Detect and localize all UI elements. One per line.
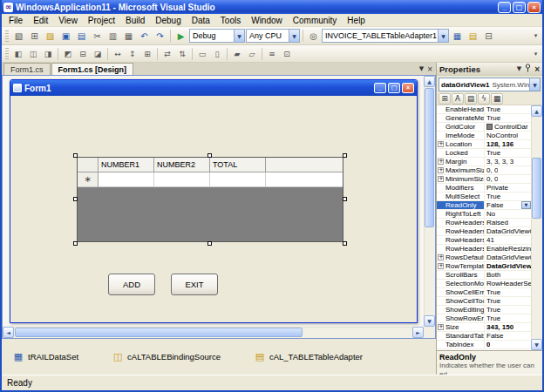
tray-component[interactable]: ◫cALTABLEBindingSource — [112, 351, 221, 363]
align-lefts-icon[interactable]: ◧ — [11, 47, 25, 61]
vertical-spacing-icon[interactable]: ⇅ — [175, 47, 189, 61]
property-row[interactable]: + ShowCellErrors True ▼ — [437, 288, 531, 297]
property-row[interactable]: + RowTemplate DataGridView ▼ — [437, 262, 531, 271]
same-width-icon[interactable]: ↔ — [111, 47, 125, 61]
open-file-icon[interactable]: ▨ — [43, 29, 58, 44]
menu-item[interactable]: Community — [288, 15, 343, 26]
resize-handle[interactable] — [207, 153, 212, 158]
preview-data-icon[interactable]: ▦ — [450, 29, 465, 44]
menu-item[interactable]: View — [53, 15, 83, 26]
toolbar-grip[interactable] — [5, 48, 9, 59]
scroll-up-icon[interactable]: ▲ — [531, 105, 542, 117]
same-height-icon[interactable]: ↕ — [126, 47, 139, 61]
property-value[interactable]: EnableResizing ▼ — [485, 245, 531, 253]
scroll-up-icon[interactable]: ▲ — [424, 76, 435, 87]
separator[interactable] — [262, 48, 262, 60]
resize-handle[interactable] — [73, 197, 78, 201]
toolbar-overflow-icon[interactable]: ▾ — [531, 32, 541, 39]
property-value[interactable]: Both ▼ — [485, 271, 531, 279]
separator[interactable] — [107, 48, 108, 60]
expand-icon[interactable]: + — [438, 263, 444, 269]
window-position-icon[interactable]: ▼ — [517, 65, 521, 72]
solution-explorer-icon[interactable]: ⊟ — [481, 29, 496, 44]
property-value[interactable]: Private ▼ — [485, 184, 531, 192]
property-row[interactable]: + RowsDefaultCe DataGridViewC ▼ — [437, 253, 531, 262]
property-value[interactable]: 3, 3, 3, 3 ▼ — [485, 158, 531, 166]
datagridview-control[interactable]: NUMBER1NUMBER2TOTAL ∗ — [73, 153, 347, 246]
property-row[interactable]: + TabIndex 0 ▼ — [437, 341, 531, 349]
align-tops-icon[interactable]: ◩ — [61, 47, 75, 61]
property-row[interactable]: + RowHeadersBo Raised ▼ — [437, 219, 531, 227]
object-selector-combo[interactable]: dataGridView1 System.Windows ▼ — [439, 78, 541, 91]
property-value[interactable]: ControlDar ▼ — [485, 123, 531, 131]
tray-component[interactable]: ▦tRAILDataSet — [12, 351, 78, 363]
close-document-icon[interactable]: × — [427, 65, 432, 73]
align-bottoms-icon[interactable]: ◪ — [91, 47, 105, 61]
property-row[interactable]: + EnableHeaders True ▼ — [437, 105, 531, 114]
menu-item[interactable]: Debug — [150, 15, 186, 26]
property-value[interactable]: True ▼ — [485, 297, 531, 305]
table-adapter-combo[interactable]: INVOICE_TABLETableAdapter1 ▼ — [322, 29, 449, 43]
property-value[interactable]: Raised ▼ — [485, 219, 531, 226]
toolbox-icon[interactable]: ⊡ — [280, 47, 294, 61]
separator[interactable] — [192, 48, 193, 60]
property-value[interactable]: 343, 150 ▼ — [485, 323, 531, 331]
cut-icon[interactable]: ✂ — [90, 29, 105, 44]
property-value[interactable]: DataGridViewCe ▼ — [485, 227, 531, 235]
exit-button[interactable]: EXIT — [171, 274, 218, 295]
property-row[interactable]: + Locked True ▼ — [437, 149, 531, 158]
events-icon[interactable]: ϟ — [478, 93, 490, 105]
new-project-icon[interactable]: ▧ — [11, 29, 26, 44]
toolbar-overflow-icon[interactable]: ▾ — [531, 51, 541, 57]
property-row[interactable]: + ReadOnly False ▼ — [437, 201, 531, 210]
property-value[interactable]: 0 ▼ — [485, 341, 531, 348]
resize-handle[interactable] — [207, 241, 212, 246]
scroll-down-icon[interactable]: ▼ — [531, 339, 542, 350]
send-to-back-icon[interactable]: ▱ — [245, 47, 259, 61]
properties-titlebar[interactable]: Properties ▼ × — [437, 63, 542, 76]
property-value[interactable]: 0, 0 ▼ — [485, 166, 531, 174]
separator[interactable] — [227, 48, 228, 60]
menu-item[interactable]: Edit — [28, 15, 53, 26]
property-row[interactable]: + RowHeadersWi 41 ▼ — [437, 236, 531, 245]
menu-item[interactable]: Window — [246, 15, 288, 26]
horizontal-spacing-icon[interactable]: ⇄ — [160, 47, 174, 61]
auto-hide-pin-icon[interactable] — [524, 64, 532, 74]
align-rights-icon[interactable]: ◨ — [41, 47, 55, 61]
separator[interactable] — [58, 48, 58, 60]
copy-icon[interactable]: ▥ — [105, 29, 120, 44]
window-titlebar[interactable]: ∞ WindowsApplication11 - Microsoft Visua… — [2, 0, 542, 14]
close-icon[interactable]: × — [534, 65, 540, 73]
property-row[interactable]: + StandardTab False ▼ — [437, 332, 531, 341]
tab-order-icon[interactable]: ≡ — [265, 47, 279, 61]
expand-icon[interactable]: + — [438, 141, 444, 147]
property-value[interactable]: False ▼ — [485, 201, 531, 209]
maximize-button[interactable]: □ — [513, 2, 526, 13]
menu-item[interactable]: Tools — [215, 15, 246, 26]
resize-handle[interactable] — [343, 197, 347, 201]
categorized-icon[interactable]: ⊞ — [439, 93, 451, 105]
property-row[interactable]: + GenerateMemb True ▼ — [437, 114, 531, 123]
scrollbar-thumb[interactable] — [532, 158, 541, 219]
document-tab[interactable]: Form1.cs [Design] — [51, 63, 134, 75]
center-horizontally-icon[interactable]: ▭ — [195, 47, 209, 61]
resize-handle[interactable] — [343, 153, 347, 158]
resize-handle[interactable] — [73, 241, 78, 246]
add-item-icon[interactable]: ⊞ — [27, 29, 42, 44]
property-value[interactable]: True ▼ — [485, 149, 531, 157]
property-row[interactable]: + RightToLeft No ▼ — [437, 210, 531, 219]
form-surface[interactable]: NUMBER1NUMBER2TOTAL ∗ — [10, 96, 417, 322]
chevron-down-icon[interactable]: ▼ — [521, 201, 531, 209]
align-middles-icon[interactable]: ⊟ — [76, 47, 90, 61]
menu-item[interactable]: Help — [342, 15, 371, 26]
property-value[interactable]: 0, 0 ▼ — [485, 175, 531, 183]
scroll-right-icon[interactable]: ► — [412, 327, 424, 338]
align-centers-icon[interactable]: ◫ — [26, 47, 40, 61]
expand-icon[interactable]: + — [438, 159, 444, 165]
document-tab[interactable]: Form1.cs — [3, 63, 51, 75]
property-row[interactable]: + ShowRowError True ▼ — [437, 314, 531, 323]
find-in-files-icon[interactable]: ◎ — [306, 29, 321, 44]
expand-icon[interactable]: + — [438, 324, 444, 330]
property-row[interactable]: + ShowCellToolTi True ▼ — [437, 297, 531, 306]
property-row[interactable]: + RowHeadersWi EnableResizing ▼ — [437, 245, 531, 253]
